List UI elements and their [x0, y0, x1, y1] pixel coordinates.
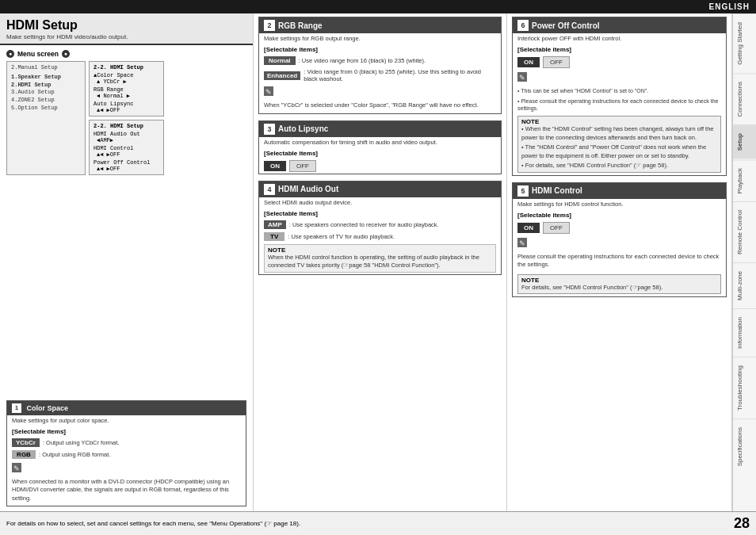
amp-tag: AMP [264, 220, 286, 229]
page-number: 28 [734, 515, 750, 532]
page-title: HDMI Setup [6, 18, 246, 32]
middle-panel: 2 RGB Range Make settings for RGB output… [254, 13, 507, 511]
power-off-note2: • Please consult the operating instructi… [513, 96, 726, 113]
auto-lipsync-on[interactable]: ON [264, 161, 286, 171]
pencil-icon-rgb: ✎ [264, 86, 273, 96]
footer-text: For details on how to select, set and ca… [6, 520, 300, 527]
auto-lipsync-header: 3 Auto Lipsync [259, 121, 501, 137]
rgb-range-selectable: [Selectable items] [259, 44, 501, 55]
sidebar-item-multi-zone[interactable]: Multi-zone [733, 262, 756, 308]
hdmi-audio-out-header: 4 HDMI Audio Out [259, 182, 501, 197]
normal-tag: Normal [264, 56, 296, 65]
hdmi-control-off[interactable]: OFF [543, 222, 570, 234]
color-space-num: 1 [12, 403, 21, 413]
hdmi-control-section: 5 HDMI Control Make settings for HDMI co… [512, 182, 727, 298]
rgb-tag: RGB [12, 450, 36, 459]
rgb-normal-item: Normal : Use video range from 16 (black)… [259, 55, 501, 67]
auto-lipsync-on-off: ON OFF [259, 159, 501, 174]
hdmi-control-note: Please consult the operating instruction… [513, 251, 726, 273]
svg-text:✎: ✎ [519, 239, 525, 247]
auto-lipsync-section: 3 Auto Lipsync Automatic compensation fo… [258, 120, 502, 174]
hdmi-audio-note-text: When the HDMI control function is operat… [268, 254, 492, 270]
hdmi-audio-note-box: NOTE When the HDMI control function is o… [264, 244, 496, 273]
page-subtitle: Make settings for HDMI video/audio outpu… [6, 33, 246, 40]
auto-lipsync-subtitle: Automatic compensation for timing shift … [259, 137, 501, 147]
power-off-note-label: NOTE [521, 118, 717, 125]
menu-screen-content: 2.Manual Setup 1.Speaker Setup 2.HDMI Se… [6, 61, 246, 175]
hdmi-control-note-box: NOTE For details, see "HDMI Control Func… [517, 274, 721, 295]
menu-item-1: 1.Speaker Setup [11, 74, 81, 82]
hdmi-control-on[interactable]: ON [517, 223, 540, 233]
hdmi-audio-selectable: [Selectable items] [259, 208, 501, 219]
menu-item-5: 5.Option Setup [11, 105, 81, 113]
color-space-header: 1 Color Space [7, 401, 246, 415]
sidebar-item-playback[interactable]: Playback [733, 159, 756, 201]
hdmi-control-num: 5 [517, 185, 529, 197]
menu-col1-title: 2.Manual Setup [11, 64, 81, 72]
svg-text:✎: ✎ [519, 74, 525, 82]
sidebar-item-remote-control[interactable]: Remote Control [733, 201, 756, 262]
pencil-icon-power: ✎ [517, 72, 527, 82]
bullet-right: ● [62, 50, 70, 58]
color-space-section: 1 Color Space Make settings for output c… [6, 400, 246, 507]
power-off-note1: • This can be set when "HDMI Control" is… [513, 86, 726, 96]
power-off-note-box: NOTE • When the "HDMI Control" setting h… [517, 116, 721, 173]
menu-item-4: 4.ZONE2 Setup [11, 97, 81, 105]
right-panel: 6 Power Off Control Interlock power OFF … [507, 13, 732, 511]
power-off-num: 6 [517, 20, 529, 31]
rgb-range-num: 2 [264, 20, 275, 31]
auto-lipsync-off[interactable]: OFF [289, 160, 316, 172]
svg-text:✎: ✎ [13, 464, 20, 472]
hdmi-audio-out-section: 4 HDMI Audio Out Select HDMI audio outpu… [258, 181, 502, 275]
hdmi-audio-note-label: NOTE [268, 246, 492, 254]
power-off-note-item3: • For details, see "HDMI Control Functio… [521, 162, 717, 170]
bottom-bar: For details on how to select, set and ca… [0, 511, 756, 535]
power-off-on[interactable]: ON [517, 57, 540, 67]
color-space-selectable: [Selectable items] [7, 426, 246, 437]
sidebar-item-specifications[interactable]: Specifications [733, 418, 756, 474]
power-off-selectable: [Selectable items] [513, 44, 726, 55]
sidebar: Getting Started Connections Setup Playba… [732, 13, 756, 511]
hdmi-control-on-off: ON OFF [513, 220, 726, 235]
bullet-left: ● [6, 50, 14, 58]
sidebar-item-connections[interactable]: Connections [733, 73, 756, 124]
auto-lipsync-num: 3 [264, 124, 275, 135]
enhanced-tag: Enhanced [264, 71, 300, 80]
hdmi-audio-tv-item: TV : Use speakers of TV for audio playba… [259, 231, 501, 243]
power-off-note-item1: • When the "HDMI Control" setting has be… [521, 125, 717, 142]
power-off-section: 6 Power Off Control Interlock power OFF … [512, 17, 727, 176]
menu-col2-top: 2-2. HDMI Setup ▲Color Space ▲ YCbCr ▶ R… [89, 61, 164, 117]
tv-tag: TV [264, 232, 284, 241]
power-off-off[interactable]: OFF [543, 56, 570, 68]
color-space-item-ycbcr: YCbCr : Output using YCbCr format. [7, 437, 246, 449]
hdmi-control-note-label: NOTE [521, 277, 717, 284]
rgb-range-note: When "YCbCr" is selected under "Color Sp… [259, 100, 501, 113]
hdmi-control-selectable: [Selectable items] [513, 209, 726, 220]
color-space-note: When connected to a monitor with a DVI-D… [7, 476, 246, 506]
menu-col2-bot: 2-2. HDMI Setup HDMI Audio Out ◄AMP▶ HDM… [89, 120, 164, 175]
sidebar-item-getting-started[interactable]: Getting Started [733, 13, 756, 73]
power-off-note-item2: • The "HDMI Control" and "Power Off Cont… [521, 143, 717, 160]
hdmi-audio-num: 4 [264, 184, 275, 195]
menu-screen-area: ● Menu screen ● 2.Manual Setup 1.Speaker… [0, 45, 253, 396]
color-space-subtitle: Make settings for output color space. [7, 415, 246, 426]
language-label: ENGLISH [709, 2, 750, 11]
power-off-on-off: ON OFF [513, 55, 726, 70]
sidebar-item-information[interactable]: Information [733, 308, 756, 357]
hdmi-control-note2-text: For details, see "HDMI Control Function"… [521, 284, 717, 292]
sidebar-item-setup[interactable]: Setup [733, 124, 756, 159]
auto-lipsync-selectable: [Selectable items] [259, 147, 501, 159]
rgb-range-subtitle: Make settings for RGB output range. [259, 33, 501, 44]
rgb-range-header: 2 RGB Range [259, 17, 501, 33]
top-header: ENGLISH [0, 0, 756, 13]
menu-item-3: 3.Audio Setup [11, 89, 81, 97]
color-space-item-rgb: RGB : Output using RGB format. [7, 449, 246, 460]
hdmi-control-subtitle: Make settings for HDMI control function. [513, 199, 726, 209]
rgb-enhanced-item: Enhanced : Video range from 0 (black) to… [259, 67, 501, 84]
rgb-range-section: 2 RGB Range Make settings for RGB output… [258, 17, 502, 114]
hdmi-control-header: 5 HDMI Control [513, 183, 726, 199]
menu-col1: 2.Manual Setup 1.Speaker Setup 2.HDMI Se… [6, 61, 86, 175]
sidebar-item-troubleshooting[interactable]: Troubleshooting [733, 357, 756, 418]
pencil-icon-hdmi: ✎ [517, 238, 527, 247]
menu-screen-label: ● Menu screen ● [6, 50, 246, 58]
